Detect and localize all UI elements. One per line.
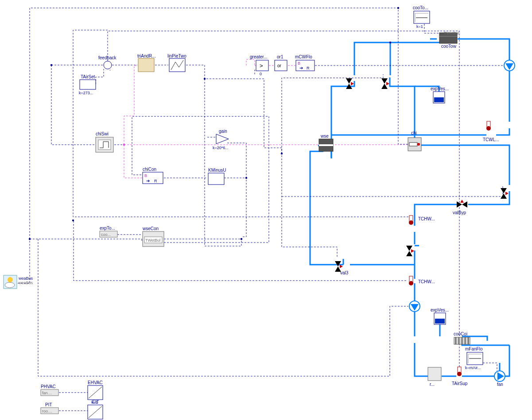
mCWFlo-label: mCWFlo (295, 54, 312, 59)
svg-rect-62 (428, 367, 441, 381)
KMinusU-block: KMinusU (208, 168, 226, 185)
TCHWtop-label: TCHW... (418, 216, 435, 221)
linPieTwo-block: linPieTwo (167, 54, 186, 72)
mCWFlo-arrow: ➔ (299, 66, 303, 70)
mCWFlo-block: mCWFlo B ➔ R (295, 54, 315, 71)
EIT-label: EIT (92, 400, 99, 405)
greater-sub: 0 (260, 72, 262, 76)
wse-label: wse (320, 134, 329, 139)
svg-rect-41 (80, 80, 96, 89)
or1-text: or (277, 63, 282, 68)
chiCon-arrow: ➔ (146, 178, 150, 183)
val1-block: val1 (247, 0, 415, 256)
svg-point-31 (8, 277, 13, 282)
svg-rect-44 (169, 58, 185, 72)
mFanFlo-label: mFanFlo (465, 347, 483, 351)
mCWFlo-B: B (298, 61, 300, 66)
expVesTop-label: expVes... (431, 86, 449, 91)
chiCon-R: R (154, 179, 157, 183)
TCWL-block: TCWL... (483, 121, 499, 142)
TCWL-label: TCWL... (483, 137, 499, 142)
rooSink-block: r... (428, 367, 441, 387)
feedback-block: feedback - (98, 55, 117, 72)
PIT-sub: roo.... (42, 409, 52, 413)
EIT-block: EIT (88, 400, 103, 419)
TCHWtop-block: TCHW... (409, 216, 435, 225)
TAirSet-block: TAirSet k=273... (79, 74, 96, 95)
TAirSup-label: TAirSup (452, 381, 468, 386)
greater-symbol: > (260, 62, 263, 69)
val3-block: val3 (335, 261, 349, 275)
expVesTop-block: expVes... (431, 86, 449, 103)
weaBus-block: weaBus weaBus (4, 275, 33, 289)
chiSwi-label: chiSwi (96, 131, 109, 136)
svg-rect-48 (208, 173, 224, 185)
wseCon-sub: TWetBul (145, 238, 160, 243)
cooTo-sub: k=1 (416, 24, 423, 29)
svg-rect-46 (98, 140, 111, 150)
cooCoi-label: cooCoi (454, 331, 467, 336)
val3-label: val3 (340, 270, 349, 275)
fan-block: fan (494, 371, 505, 387)
expTo-sub: coo... (101, 232, 111, 237)
mCWFlo-R: R (307, 66, 310, 70)
chi-label: chi (411, 131, 417, 135)
cooTow-label: cooTow (441, 44, 457, 49)
EHVAC-label: EHVAC (88, 380, 103, 385)
wseCon-label: wseCon (142, 226, 159, 231)
wseCon-block: wseCon TWetBul (142, 226, 164, 247)
svg-point-21 (50, 64, 52, 66)
chiSwi-block: chiSwi (96, 131, 113, 152)
expVesBot-label: expVes... (431, 308, 449, 312)
PIT-label: PIT (45, 402, 52, 407)
chiCon-B: B (144, 173, 147, 178)
svg-point-22 (72, 220, 74, 221)
chiCon-label: chiCon (143, 167, 156, 172)
fan-label: fan (497, 382, 503, 387)
mFanFlo-sub: k=mAir... (465, 366, 481, 370)
PHVAC-sub: fan.... (42, 391, 52, 395)
svg-point-24 (241, 238, 242, 240)
weaBus-label: weaBus (18, 276, 33, 281)
TCHWbot-label: TCHW... (418, 279, 435, 284)
svg-point-27 (389, 42, 391, 43)
triAndR-block: triAndR... (137, 54, 156, 72)
cooTo-block: cooTo... k=1 (413, 5, 430, 29)
greater-block: greater... > 0 (250, 54, 268, 76)
svg-point-29 (123, 144, 125, 146)
weaBus-sub: weaBus (18, 281, 33, 285)
svg-point-28 (397, 7, 399, 9)
svg-point-23 (204, 78, 206, 80)
val5-block: val5 (78, 0, 390, 89)
TAirSet-label: TAirSet (81, 74, 95, 79)
KMinusU-label: KMinusU (208, 168, 226, 173)
valByp-label: valByp (453, 210, 466, 215)
cooCoi-block: cooCoi (454, 331, 470, 344)
or1-label: or1 (277, 54, 283, 59)
rooSink-label: r... (430, 382, 435, 387)
TCHWbot-block: TCHW... (409, 276, 435, 285)
or1-block: or1 or (275, 54, 287, 71)
chiCon-block: chiCon B ➔ R (143, 167, 163, 184)
triAndR-label: triAndR... (137, 54, 156, 58)
greater-label: greater... (250, 54, 267, 59)
svg-marker-49 (216, 134, 229, 144)
svg-rect-43 (138, 58, 154, 72)
svg-rect-56 (414, 11, 430, 23)
mFanFlo-block: mFanFlo k=mAir... (465, 347, 483, 370)
TWetBul-label: TWetBul (444, 31, 459, 35)
cooTo-label: cooTo... (413, 5, 428, 10)
gain-block: gain k=20*6... (213, 129, 229, 150)
svg-point-25 (245, 177, 247, 179)
feedback-label: feedback (98, 55, 117, 60)
PHVAC-label: PHVAC (41, 384, 56, 389)
PIT-block: PIT roo.... (41, 402, 58, 414)
svg-point-26 (281, 153, 283, 154)
val6-block: val6 (189, 0, 509, 199)
expVesBot-block: expVes... (431, 308, 449, 324)
TAirSet-sub: k=273... (79, 91, 93, 95)
valByp-block: valByp (453, 200, 467, 215)
expTo-block: expTo... coo... (100, 226, 117, 237)
svg-point-32 (5, 282, 15, 288)
linPieTwo-label: linPieTwo (167, 54, 186, 58)
